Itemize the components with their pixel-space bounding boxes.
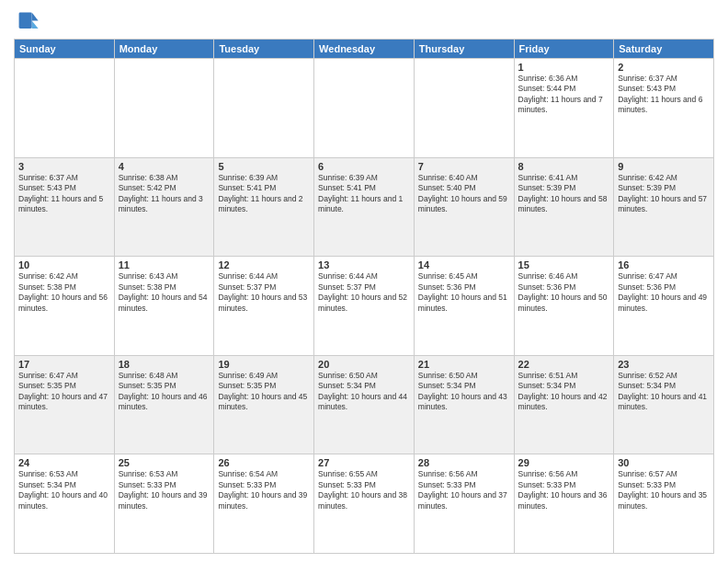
day-cell: 5Sunrise: 6:39 AM Sunset: 5:41 PM Daylig… bbox=[214, 157, 314, 257]
day-cell bbox=[314, 59, 415, 158]
day-info: Sunrise: 6:50 AM Sunset: 5:34 PM Dayligh… bbox=[318, 371, 410, 413]
day-number: 6 bbox=[318, 161, 410, 172]
day-cell bbox=[114, 59, 214, 158]
week-row-2: 3Sunrise: 6:37 AM Sunset: 5:43 PM Daylig… bbox=[15, 157, 714, 257]
day-cell bbox=[214, 59, 314, 158]
header-day-tuesday: Tuesday bbox=[214, 40, 314, 59]
day-cell: 29Sunrise: 6:56 AM Sunset: 5:33 PM Dayli… bbox=[514, 454, 614, 554]
day-number: 14 bbox=[418, 259, 510, 270]
svg-marker-1 bbox=[32, 21, 39, 29]
day-cell: 19Sunrise: 6:49 AM Sunset: 5:35 PM Dayli… bbox=[214, 355, 314, 454]
day-number: 26 bbox=[218, 457, 310, 468]
day-number: 1 bbox=[518, 62, 610, 73]
day-cell: 14Sunrise: 6:45 AM Sunset: 5:36 PM Dayli… bbox=[414, 257, 514, 356]
day-info: Sunrise: 6:38 AM Sunset: 5:42 PM Dayligh… bbox=[119, 173, 210, 215]
day-number: 5 bbox=[218, 161, 310, 172]
day-number: 30 bbox=[618, 457, 710, 468]
day-cell: 24Sunrise: 6:53 AM Sunset: 5:34 PM Dayli… bbox=[15, 454, 115, 554]
day-cell: 20Sunrise: 6:50 AM Sunset: 5:34 PM Dayli… bbox=[314, 355, 415, 454]
day-info: Sunrise: 6:46 AM Sunset: 5:36 PM Dayligh… bbox=[518, 271, 610, 314]
day-number: 4 bbox=[119, 161, 210, 172]
day-info: Sunrise: 6:37 AM Sunset: 5:43 PM Dayligh… bbox=[618, 74, 710, 116]
day-number: 24 bbox=[18, 457, 110, 468]
page: SundayMondayTuesdayWednesdayThursdayFrid… bbox=[0, 0, 728, 563]
week-row-1: 1Sunrise: 6:36 AM Sunset: 5:44 PM Daylig… bbox=[15, 59, 714, 158]
day-cell: 1Sunrise: 6:36 AM Sunset: 5:44 PM Daylig… bbox=[514, 59, 614, 158]
day-info: Sunrise: 6:42 AM Sunset: 5:39 PM Dayligh… bbox=[618, 173, 710, 215]
day-cell: 11Sunrise: 6:43 AM Sunset: 5:38 PM Dayli… bbox=[114, 257, 214, 356]
day-cell: 3Sunrise: 6:37 AM Sunset: 5:43 PM Daylig… bbox=[15, 157, 115, 257]
day-number: 8 bbox=[518, 161, 610, 172]
day-cell: 6Sunrise: 6:39 AM Sunset: 5:41 PM Daylig… bbox=[314, 157, 415, 257]
day-cell: 26Sunrise: 6:54 AM Sunset: 5:33 PM Dayli… bbox=[214, 454, 314, 554]
day-cell bbox=[15, 59, 115, 158]
day-number: 2 bbox=[618, 62, 710, 73]
day-info: Sunrise: 6:37 AM Sunset: 5:43 PM Dayligh… bbox=[18, 173, 110, 215]
day-cell: 15Sunrise: 6:46 AM Sunset: 5:36 PM Dayli… bbox=[514, 257, 614, 356]
day-info: Sunrise: 6:53 AM Sunset: 5:34 PM Dayligh… bbox=[18, 469, 110, 511]
day-number: 17 bbox=[18, 359, 110, 370]
week-row-4: 17Sunrise: 6:47 AM Sunset: 5:35 PM Dayli… bbox=[15, 355, 714, 454]
day-info: Sunrise: 6:39 AM Sunset: 5:41 PM Dayligh… bbox=[318, 173, 410, 215]
day-cell: 17Sunrise: 6:47 AM Sunset: 5:35 PM Dayli… bbox=[15, 355, 115, 454]
day-number: 27 bbox=[318, 457, 410, 468]
day-number: 10 bbox=[18, 259, 110, 270]
header-day-wednesday: Wednesday bbox=[314, 40, 415, 59]
day-number: 19 bbox=[218, 359, 310, 370]
day-cell: 27Sunrise: 6:55 AM Sunset: 5:33 PM Dayli… bbox=[314, 454, 415, 554]
day-number: 18 bbox=[119, 359, 210, 370]
day-info: Sunrise: 6:56 AM Sunset: 5:33 PM Dayligh… bbox=[418, 469, 510, 511]
day-number: 23 bbox=[618, 359, 710, 370]
header-day-monday: Monday bbox=[114, 40, 214, 59]
svg-marker-0 bbox=[32, 13, 39, 21]
day-info: Sunrise: 6:36 AM Sunset: 5:44 PM Dayligh… bbox=[518, 74, 610, 116]
calendar: SundayMondayTuesdayWednesdayThursdayFrid… bbox=[14, 39, 714, 554]
day-info: Sunrise: 6:41 AM Sunset: 5:39 PM Dayligh… bbox=[518, 173, 610, 215]
week-row-5: 24Sunrise: 6:53 AM Sunset: 5:34 PM Dayli… bbox=[15, 454, 714, 554]
header bbox=[14, 9, 714, 35]
header-day-saturday: Saturday bbox=[614, 40, 714, 59]
day-cell: 7Sunrise: 6:40 AM Sunset: 5:40 PM Daylig… bbox=[414, 157, 514, 257]
day-cell: 30Sunrise: 6:57 AM Sunset: 5:33 PM Dayli… bbox=[614, 454, 714, 554]
day-number: 3 bbox=[18, 161, 110, 172]
svg-rect-2 bbox=[19, 13, 32, 29]
day-number: 20 bbox=[318, 359, 410, 370]
logo-icon bbox=[14, 9, 40, 35]
day-info: Sunrise: 6:42 AM Sunset: 5:38 PM Dayligh… bbox=[18, 271, 110, 314]
header-day-friday: Friday bbox=[514, 40, 614, 59]
day-cell: 13Sunrise: 6:44 AM Sunset: 5:37 PM Dayli… bbox=[314, 257, 415, 356]
calendar-body: 1Sunrise: 6:36 AM Sunset: 5:44 PM Daylig… bbox=[15, 59, 714, 554]
day-cell: 22Sunrise: 6:51 AM Sunset: 5:34 PM Dayli… bbox=[514, 355, 614, 454]
day-cell bbox=[414, 59, 514, 158]
day-info: Sunrise: 6:49 AM Sunset: 5:35 PM Dayligh… bbox=[218, 371, 310, 413]
day-info: Sunrise: 6:56 AM Sunset: 5:33 PM Dayligh… bbox=[518, 469, 610, 511]
day-number: 22 bbox=[518, 359, 610, 370]
day-number: 9 bbox=[618, 161, 710, 172]
day-number: 12 bbox=[218, 259, 310, 270]
day-number: 7 bbox=[418, 161, 510, 172]
day-info: Sunrise: 6:54 AM Sunset: 5:33 PM Dayligh… bbox=[218, 469, 310, 511]
day-cell: 25Sunrise: 6:53 AM Sunset: 5:33 PM Dayli… bbox=[114, 454, 214, 554]
day-info: Sunrise: 6:40 AM Sunset: 5:40 PM Dayligh… bbox=[418, 173, 510, 215]
day-cell: 10Sunrise: 6:42 AM Sunset: 5:38 PM Dayli… bbox=[15, 257, 115, 356]
day-info: Sunrise: 6:57 AM Sunset: 5:33 PM Dayligh… bbox=[618, 469, 710, 511]
day-cell: 9Sunrise: 6:42 AM Sunset: 5:39 PM Daylig… bbox=[614, 157, 714, 257]
day-cell: 16Sunrise: 6:47 AM Sunset: 5:36 PM Dayli… bbox=[614, 257, 714, 356]
calendar-header: SundayMondayTuesdayWednesdayThursdayFrid… bbox=[15, 40, 714, 59]
day-info: Sunrise: 6:55 AM Sunset: 5:33 PM Dayligh… bbox=[318, 469, 410, 511]
logo bbox=[14, 9, 43, 35]
day-info: Sunrise: 6:43 AM Sunset: 5:38 PM Dayligh… bbox=[119, 271, 210, 314]
day-info: Sunrise: 6:51 AM Sunset: 5:34 PM Dayligh… bbox=[518, 371, 610, 413]
day-info: Sunrise: 6:45 AM Sunset: 5:36 PM Dayligh… bbox=[418, 271, 510, 314]
day-info: Sunrise: 6:53 AM Sunset: 5:33 PM Dayligh… bbox=[119, 469, 210, 511]
day-cell: 21Sunrise: 6:50 AM Sunset: 5:34 PM Dayli… bbox=[414, 355, 514, 454]
header-day-sunday: Sunday bbox=[15, 40, 115, 59]
day-number: 15 bbox=[518, 259, 610, 270]
day-info: Sunrise: 6:44 AM Sunset: 5:37 PM Dayligh… bbox=[318, 271, 410, 314]
day-info: Sunrise: 6:44 AM Sunset: 5:37 PM Dayligh… bbox=[218, 271, 310, 314]
day-number: 13 bbox=[318, 259, 410, 270]
day-number: 28 bbox=[418, 457, 510, 468]
header-row: SundayMondayTuesdayWednesdayThursdayFrid… bbox=[15, 40, 714, 59]
day-cell: 2Sunrise: 6:37 AM Sunset: 5:43 PM Daylig… bbox=[614, 59, 714, 158]
day-cell: 18Sunrise: 6:48 AM Sunset: 5:35 PM Dayli… bbox=[114, 355, 214, 454]
